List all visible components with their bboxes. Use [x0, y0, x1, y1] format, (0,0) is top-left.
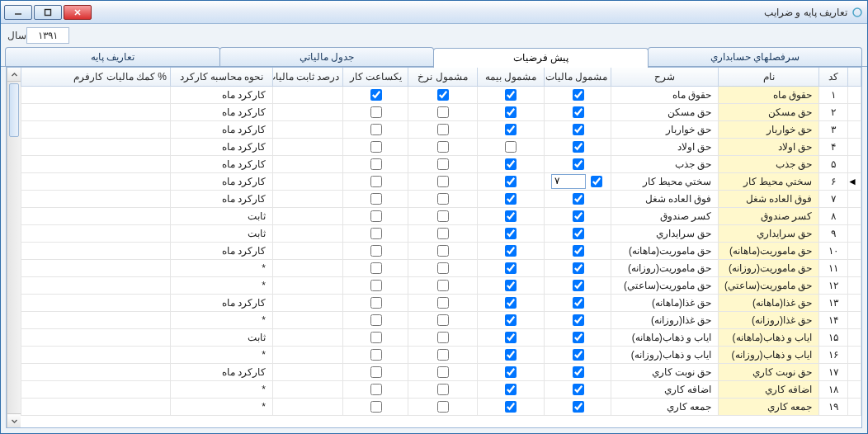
cell-desc[interactable]: حق نوبت كاري [611, 363, 719, 380]
cell-calc[interactable]: ثابت [170, 224, 272, 242]
cell-kmk[interactable] [21, 398, 171, 415]
col-code[interactable]: كد [819, 68, 848, 86]
table-row[interactable]: ١٧حق نوبت كاريحق نوبت كاريكاركرد ماه [21, 363, 861, 380]
hour-checkbox[interactable] [370, 89, 382, 101]
cell-name[interactable]: حق ماموريت(ساعتي) [719, 276, 819, 294]
cell-calc[interactable]: كاركرد ماه [170, 155, 272, 172]
hour-checkbox[interactable] [370, 124, 382, 135]
cell-ins[interactable] [477, 138, 544, 155]
cell-tax[interactable] [545, 346, 611, 363]
hour-checkbox[interactable] [370, 228, 382, 239]
tax-checkbox[interactable] [573, 262, 584, 274]
hour-checkbox[interactable] [370, 314, 382, 326]
cell-rate[interactable] [408, 259, 477, 276]
cell-hour[interactable] [343, 294, 408, 311]
cell-calc[interactable]: ثابت [170, 207, 272, 224]
cell-name[interactable]: حق خواربار [719, 120, 819, 138]
table-row[interactable]: ٨كسر صندوقكسر صندوقثابت [21, 207, 861, 224]
tax-checkbox[interactable] [573, 89, 584, 101]
tax-checkbox[interactable] [573, 366, 584, 378]
cell-hour[interactable] [343, 86, 408, 103]
insurance-checkbox[interactable] [505, 245, 517, 257]
cell-tax[interactable] [545, 190, 611, 207]
insurance-checkbox[interactable] [505, 349, 517, 361]
cell-calc[interactable]: كاركرد ماه [170, 103, 272, 120]
cell-desc[interactable]: حق ماموريت(ماهانه) [611, 242, 719, 259]
scroll-track[interactable] [7, 82, 21, 413]
cell-kmk[interactable] [21, 346, 171, 363]
cell-rate[interactable] [408, 328, 477, 346]
rate-checkbox[interactable] [437, 89, 449, 101]
tab-1[interactable]: جدول مالياتي [219, 47, 435, 66]
vertical-scrollbar[interactable] [7, 68, 21, 427]
cell-name[interactable]: كسر صندوق [719, 207, 819, 224]
cell-ins[interactable] [477, 224, 544, 242]
cell-tax[interactable] [545, 120, 611, 138]
cell-hour[interactable] [343, 380, 408, 398]
cell-name[interactable]: فوق العاده شغل [719, 190, 819, 207]
cell-desc[interactable]: حق اولاد [611, 138, 719, 155]
maximize-button[interactable] [34, 5, 62, 20]
cell-name[interactable]: حق ماموريت(ماهانه) [719, 242, 819, 259]
cell-calc[interactable]: كاركرد ماه [170, 242, 272, 259]
cell-ins[interactable] [477, 190, 544, 207]
cell-hour[interactable] [343, 207, 408, 224]
rate-checkbox[interactable] [437, 158, 449, 170]
cell-kmk[interactable] [21, 103, 171, 120]
hour-checkbox[interactable] [370, 297, 382, 309]
cell-ins[interactable] [477, 155, 544, 172]
cell-rate[interactable] [408, 224, 477, 242]
tab-3[interactable]: سرفصلهاي حسابداري [648, 47, 863, 66]
table-row[interactable]: ١حقوق ماهحقوق ماهكاركرد ماه [21, 86, 861, 103]
tax-checkbox[interactable] [573, 314, 584, 326]
cell-name[interactable]: حق ماموريت(روزانه) [719, 259, 819, 276]
cell-rate[interactable] [408, 172, 477, 190]
cell-kmk[interactable] [21, 190, 171, 207]
table-row[interactable]: ٣حق خواربارحق خوارباركاركرد ماه [21, 120, 861, 138]
rate-checkbox[interactable] [437, 210, 449, 222]
cell-hour[interactable] [343, 138, 408, 155]
cell-kmk[interactable] [21, 120, 171, 138]
cell-rate[interactable] [408, 242, 477, 259]
rate-checkbox[interactable] [437, 366, 449, 378]
col-name[interactable]: نام [719, 68, 819, 86]
cell-pct[interactable] [272, 242, 342, 259]
cell-rate[interactable] [408, 346, 477, 363]
cell-ins[interactable] [477, 120, 544, 138]
cell-pct[interactable] [272, 346, 342, 363]
cell-pct[interactable] [272, 172, 342, 190]
rate-checkbox[interactable] [437, 349, 449, 361]
col-calc[interactable]: نحوه محاسبه كاركرد [170, 68, 272, 86]
cell-desc[interactable]: حق غذا(روزانه) [611, 311, 719, 328]
col-tax[interactable]: مشمول ماليات [545, 68, 611, 86]
cell-kmk[interactable] [21, 138, 171, 155]
scroll-up-arrow[interactable] [7, 68, 21, 82]
hour-checkbox[interactable] [370, 106, 382, 118]
cell-desc[interactable]: سختي محيط كار [611, 172, 719, 190]
insurance-checkbox[interactable] [505, 297, 517, 309]
cell-calc[interactable]: كاركرد ماه [170, 172, 272, 190]
cell-tax[interactable] [545, 138, 611, 155]
cell-hour[interactable] [343, 328, 408, 346]
cell-pct[interactable] [272, 363, 342, 380]
cell-name[interactable]: حق جذب [719, 155, 819, 172]
cell-pct[interactable] [272, 398, 342, 415]
hour-checkbox[interactable] [370, 210, 382, 222]
tax-checkbox[interactable] [573, 228, 584, 239]
scroll-down-arrow[interactable] [7, 413, 21, 427]
cell-pct[interactable] [272, 311, 342, 328]
tax-checkbox[interactable] [573, 349, 584, 361]
cell-hour[interactable] [343, 346, 408, 363]
cell-name[interactable]: اياب و ذهاب(روزانه) [719, 346, 819, 363]
cell-tax[interactable] [545, 224, 611, 242]
cell-desc[interactable]: حق مسكن [611, 103, 719, 120]
rate-checkbox[interactable] [437, 332, 449, 343]
insurance-checkbox[interactable] [505, 401, 517, 413]
rate-checkbox[interactable] [437, 314, 449, 326]
cell-hour[interactable] [343, 242, 408, 259]
cell-tax[interactable] [545, 276, 611, 294]
cell-rate[interactable] [408, 120, 477, 138]
cell-desc[interactable]: اياب و ذهاب(روزانه) [611, 346, 719, 363]
table-row[interactable]: ١٩جمعه كاريجمعه كاري* [21, 398, 861, 415]
tab-0[interactable]: تعاريف پايه [5, 47, 220, 66]
